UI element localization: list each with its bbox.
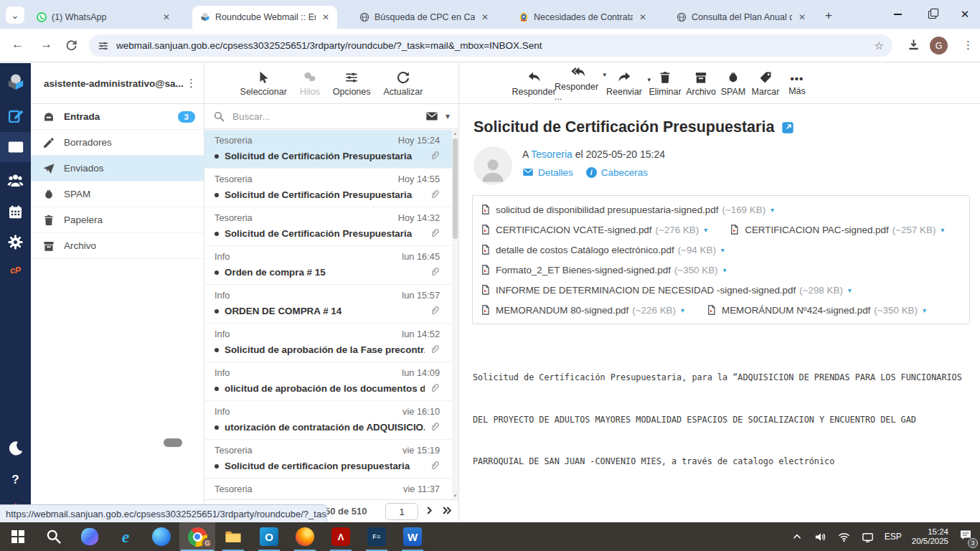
threads-button[interactable]: Hilos xyxy=(300,70,320,97)
scroll-down-icon[interactable]: ▼ xyxy=(452,494,458,498)
downloads-icon[interactable] xyxy=(907,38,920,52)
select-button[interactable]: Seleccionar xyxy=(240,70,287,97)
spam-button[interactable]: SPAM xyxy=(718,70,748,97)
attachment-item[interactable]: INFORME DE DETERMINACION DE NECESIDAD -s… xyxy=(480,284,852,296)
message-row[interactable]: Tesoreriavie 11:37 xyxy=(204,479,458,499)
headers-toggle[interactable]: i Cabeceras xyxy=(586,167,648,178)
window-maximize-button[interactable] xyxy=(921,6,943,23)
scrollbar-thumb[interactable] xyxy=(453,138,458,239)
firefox-button[interactable] xyxy=(287,522,323,551)
options-button[interactable]: Opciones xyxy=(333,70,371,97)
search-options-caret[interactable]: ▾ xyxy=(446,111,450,121)
last-page-icon[interactable] xyxy=(441,505,453,516)
browser-profile-avatar[interactable]: G xyxy=(930,37,948,55)
message-row[interactable]: Tesoreriavie 15:19 Solicitud de certific… xyxy=(204,440,458,479)
forward-button[interactable]: Reenviar ▾ xyxy=(602,70,646,97)
acrobat-button[interactable]: Λ xyxy=(323,522,359,551)
dark-mode-moon-button[interactable] xyxy=(0,433,31,463)
archive-button[interactable]: Archivo xyxy=(684,70,718,97)
recipient-link[interactable]: Tesoreria xyxy=(531,149,573,160)
folder-borradores[interactable]: Borradores xyxy=(31,130,204,156)
attachment-menu-caret[interactable]: ▾ xyxy=(771,206,774,214)
details-toggle[interactable]: Detalles xyxy=(522,166,573,178)
more-button[interactable]: ••• Más xyxy=(783,71,811,96)
tab-search-button[interactable]: ⌄ xyxy=(6,6,24,24)
tab-busqueda-cpc[interactable]: Búsqueda de CPC en Catálo ✕ xyxy=(352,6,496,29)
tab-whatsapp[interactable]: (1) WhatsApp ✕ xyxy=(29,6,178,29)
fes-app-button[interactable]: F≡ xyxy=(359,522,395,551)
internet-explorer-button[interactable]: e xyxy=(108,522,143,551)
tab-consulta-plan[interactable]: Consulta del Plan Anual de C ✕ xyxy=(669,6,814,29)
window-close-button[interactable]: ✕ xyxy=(954,6,976,23)
delete-button[interactable]: Eliminar xyxy=(646,70,684,97)
next-page-icon[interactable] xyxy=(424,505,435,516)
tab-roundcube[interactable]: Roundcube Webmail :: Envia ✕ xyxy=(192,6,337,29)
tab-close-icon[interactable]: ✕ xyxy=(637,12,649,22)
message-row[interactable]: TesoreriaHoy 14:32 Solicitud de Certific… xyxy=(204,207,458,246)
folder-papelera[interactable]: Papelera xyxy=(31,207,204,233)
message-row[interactable]: Infovie 16:10 utorización de contratació… xyxy=(204,401,458,440)
hidden-icons-chevron[interactable] xyxy=(791,530,804,543)
mail-nav-button[interactable] xyxy=(0,132,31,162)
help-button[interactable]: ? xyxy=(0,465,31,495)
message-row[interactable]: TesoreriaHoy 15:24 Solicitud de Certific… xyxy=(204,130,458,169)
attachment-item[interactable]: CERTIFICACION VCATE-signed.pdf (~276 KB)… xyxy=(480,224,707,235)
attachment-item[interactable]: solicitud de disponibilidad presupuestar… xyxy=(480,204,774,215)
tab-close-icon[interactable]: ✕ xyxy=(479,12,491,22)
attachment-menu-caret[interactable]: ▾ xyxy=(704,226,707,234)
attachment-menu-caret[interactable]: ▾ xyxy=(723,266,727,274)
attachment-menu-caret[interactable]: ▾ xyxy=(848,286,852,294)
attachment-menu-caret[interactable]: ▾ xyxy=(721,246,725,254)
folder-spam[interactable]: SPAM xyxy=(31,182,204,207)
attachment-item[interactable]: Formato_2_ET Bienes-signed-signed.pdf (~… xyxy=(480,264,727,276)
attachment-item[interactable]: CERTIFICACION PAC-signed.pdf (~257 KB) ▾ xyxy=(729,224,944,235)
mark-button[interactable]: Marcar xyxy=(748,70,783,97)
copilot-button[interactable] xyxy=(72,522,108,551)
search-input[interactable] xyxy=(232,111,425,122)
tab-close-icon[interactable]: ✕ xyxy=(796,12,808,22)
message-row[interactable]: TesoreriaHoy 14:55 Solicitud de Certific… xyxy=(204,169,458,207)
attachment-item[interactable]: detalle de costos Catálogo electrónico.p… xyxy=(480,244,725,255)
word-button[interactable]: W xyxy=(395,522,430,551)
reload-button[interactable] xyxy=(65,39,78,52)
cpanel-logo[interactable]: cP xyxy=(0,255,31,286)
volume-icon[interactable] xyxy=(814,530,827,544)
taskbar-search-button[interactable] xyxy=(36,522,72,551)
tab-necesidades[interactable]: Necesidades de Contratació ✕ xyxy=(511,6,654,29)
tab-close-icon[interactable]: ✕ xyxy=(320,12,331,22)
wifi-icon[interactable] xyxy=(837,530,851,544)
compose-button[interactable] xyxy=(0,100,31,131)
calendar-nav-button[interactable] xyxy=(0,197,31,227)
page-number-input[interactable] xyxy=(385,503,418,520)
search-scope-mail-icon[interactable] xyxy=(425,110,438,123)
settings-gear-button[interactable] xyxy=(0,227,31,257)
forward-button[interactable]: → xyxy=(40,37,52,52)
start-button[interactable] xyxy=(0,522,36,551)
message-row[interactable]: Infolun 15:57 ORDEN DE COMPRA # 14 xyxy=(204,285,458,324)
attachment-menu-caret[interactable]: ▾ xyxy=(923,306,926,314)
attachment-menu-caret[interactable]: ▾ xyxy=(941,226,944,234)
notification-center-button[interactable]: 3 xyxy=(958,528,973,545)
window-minimize-button[interactable] xyxy=(887,6,908,23)
back-button[interactable]: ← xyxy=(11,37,24,52)
message-row[interactable]: Infolun 16:45 Orden de compra # 15 xyxy=(204,246,458,285)
connect-display-icon[interactable] xyxy=(861,530,875,544)
outlook-button[interactable]: O xyxy=(251,522,287,551)
language-indicator[interactable]: ESP xyxy=(885,532,902,542)
chrome-button[interactable]: G xyxy=(179,522,215,551)
open-in-new-window-icon[interactable] xyxy=(781,121,794,134)
tab-close-icon[interactable]: ✕ xyxy=(161,12,172,22)
folder-archivo[interactable]: Archivo xyxy=(31,233,204,259)
account-menu-icon[interactable]: ⋮ xyxy=(186,77,197,90)
reply-all-button[interactable]: Responder ... ▾ xyxy=(555,65,602,102)
contacts-nav-button[interactable] xyxy=(0,165,31,195)
splitter-handle[interactable] xyxy=(164,438,182,447)
list-scrollbar[interactable]: ▲ ▼ xyxy=(452,130,458,499)
clock[interactable]: 15:24 20/5/2025 xyxy=(912,527,948,546)
new-tab-button[interactable]: + xyxy=(825,9,832,23)
message-row[interactable]: Infolun 14:52 Solicitud de aprobación de… xyxy=(204,324,458,362)
file-explorer-button[interactable] xyxy=(215,522,251,551)
attachment-item[interactable]: MEMORÁNDUM Nº424-signed.pdf (~350 KB) ▾ xyxy=(706,304,926,316)
folder-enviados[interactable]: Enviados xyxy=(31,156,204,182)
reply-button[interactable]: Responder xyxy=(513,70,555,97)
